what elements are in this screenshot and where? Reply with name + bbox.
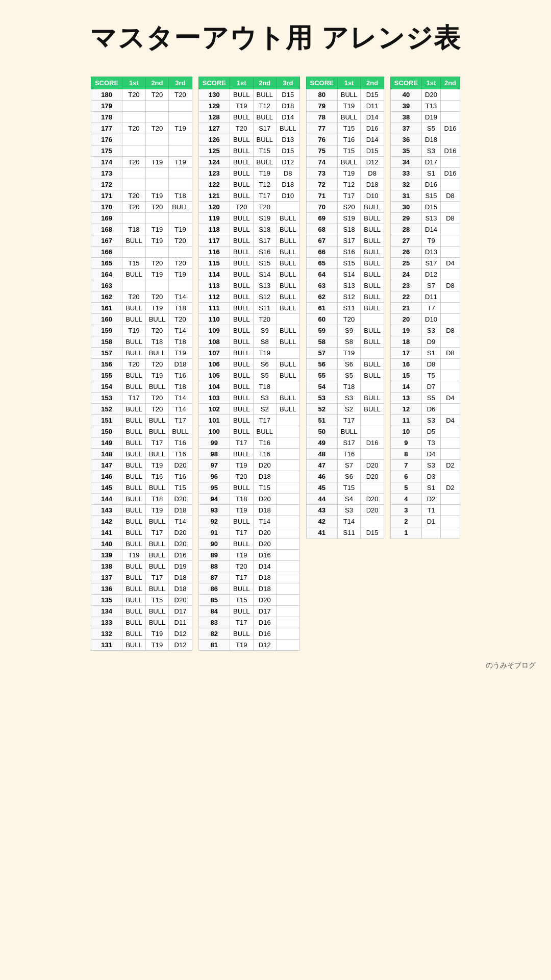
- throw-cell: T15: [337, 482, 361, 494]
- throw-cell: [440, 426, 460, 437]
- score-cell: 160: [91, 314, 122, 325]
- table-row: 55S5BULL: [306, 370, 384, 381]
- column-header: SCORE: [91, 77, 122, 89]
- table-row: 78BULLD14: [306, 112, 384, 123]
- throw-cell: [440, 247, 460, 258]
- throw-cell: D11: [169, 617, 192, 628]
- throw-cell: [361, 415, 384, 426]
- throw-cell: BULL: [253, 426, 277, 437]
- throw-cell: T16: [169, 471, 192, 482]
- table-row: 56S6BULL: [306, 359, 384, 370]
- throw-cell: S8: [337, 336, 361, 348]
- score-cell: 71: [306, 190, 337, 202]
- throw-cell: BULL: [277, 370, 300, 381]
- throw-cell: [440, 101, 460, 112]
- throw-cell: [277, 550, 300, 561]
- throw-cell: D7: [422, 381, 441, 393]
- score-cell: 41: [306, 527, 337, 538]
- throw-cell: [440, 381, 460, 393]
- table-row: 20D10: [390, 314, 460, 325]
- throw-cell: [122, 213, 146, 224]
- throw-cell: D2: [422, 494, 441, 505]
- table-row: 83T17D16: [198, 617, 299, 628]
- throw-cell: T19: [122, 325, 146, 336]
- score-cell: 158: [91, 336, 122, 348]
- throw-cell: D14: [277, 112, 300, 123]
- score-cell: 55: [306, 370, 337, 381]
- score-cell: 76: [306, 134, 337, 145]
- score-cell: 119: [198, 213, 230, 224]
- throw-cell: S3: [422, 145, 441, 157]
- table-row: 151BULLBULLT17: [91, 415, 192, 426]
- table-row: 53S3BULL: [306, 393, 384, 404]
- throw-cell: BULL: [361, 303, 384, 314]
- throw-cell: BULL: [277, 291, 300, 303]
- score-cell: 130: [198, 89, 230, 101]
- column-header: 1st: [122, 77, 146, 89]
- score-cell: 63: [306, 280, 337, 291]
- throw-cell: D3: [422, 471, 441, 482]
- score-cell: 135: [91, 595, 122, 606]
- throw-cell: D12: [169, 628, 192, 640]
- throw-cell: [440, 235, 460, 247]
- throw-cell: [440, 157, 460, 168]
- throw-cell: T20: [122, 202, 146, 213]
- throw-cell: BULL: [277, 325, 300, 336]
- throw-cell: BULL: [230, 314, 253, 325]
- table-row: 70S20BULL: [306, 202, 384, 213]
- score-cell: 23: [390, 280, 421, 291]
- throw-cell: [169, 145, 192, 157]
- throw-cell: D18: [277, 101, 300, 112]
- throw-cell: [361, 348, 384, 359]
- score-cell: 118: [198, 224, 230, 235]
- score-cell: 21: [390, 303, 421, 314]
- throw-cell: T17: [230, 572, 253, 583]
- score-cell: 106: [198, 359, 230, 370]
- throw-cell: S15: [337, 258, 361, 269]
- score-cell: 126: [198, 134, 230, 145]
- throw-cell: BULL: [230, 235, 253, 247]
- throw-cell: D16: [253, 550, 277, 561]
- table-row: 64S14BULL: [306, 269, 384, 280]
- throw-cell: T16: [169, 370, 192, 381]
- throw-cell: [361, 516, 384, 527]
- throw-cell: T15: [169, 482, 192, 494]
- throw-cell: BULL: [145, 449, 169, 460]
- table-row: 1: [390, 527, 460, 538]
- throw-cell: [440, 224, 460, 235]
- throw-cell: D12: [361, 157, 384, 168]
- score-cell: 8: [390, 449, 421, 460]
- throw-cell: S3: [253, 393, 277, 404]
- score-cell: 74: [306, 157, 337, 168]
- score-cell: 56: [306, 359, 337, 370]
- column-header: 3rd: [277, 77, 300, 89]
- score-cell: 42: [306, 516, 337, 527]
- throw-cell: T18: [145, 336, 169, 348]
- score-cell: 58: [306, 336, 337, 348]
- table-row: 57T19: [306, 348, 384, 359]
- throw-cell: D8: [440, 213, 460, 224]
- throw-cell: D18: [169, 583, 192, 595]
- throw-cell: D18: [277, 179, 300, 190]
- column-header: SCORE: [198, 77, 230, 89]
- throw-cell: [122, 168, 146, 179]
- throw-cell: BULL: [122, 370, 146, 381]
- throw-cell: D12: [169, 640, 192, 651]
- throw-cell: D20: [169, 460, 192, 471]
- throw-cell: T20: [145, 123, 169, 134]
- score-cell: 13: [390, 393, 421, 404]
- throw-cell: BULL: [122, 572, 146, 583]
- table-row: 75T15D15: [306, 145, 384, 157]
- throw-cell: D19: [169, 561, 192, 572]
- throw-cell: [440, 370, 460, 381]
- throw-cell: [277, 426, 300, 437]
- table-row: 59S9BULL: [306, 325, 384, 336]
- throw-cell: BULL: [361, 269, 384, 280]
- column-header: 1st: [337, 77, 361, 89]
- score-cell: 52: [306, 404, 337, 415]
- throw-cell: T20: [337, 314, 361, 325]
- table-row: 17S1D8: [390, 348, 460, 359]
- score-cell: 136: [91, 583, 122, 595]
- throw-cell: T20: [145, 291, 169, 303]
- table-row: 15T5: [390, 370, 460, 381]
